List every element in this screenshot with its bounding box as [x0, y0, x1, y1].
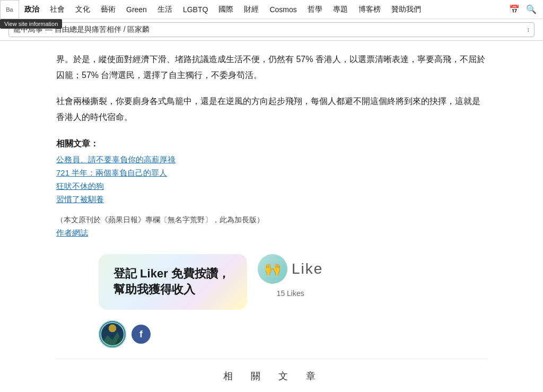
list-item: 721 半年：兩個辜負自己的罪人	[56, 168, 487, 178]
nav-item-blogrank[interactable]: 博客榜	[353, 0, 386, 19]
author-blog-link[interactable]: 作者網誌	[56, 228, 487, 238]
author-avatar[interactable]	[99, 320, 126, 348]
liker-section: 登記 Liker 免費按讚，幫助我獲得收入 🙌 Like 15 Likes	[99, 254, 487, 310]
main-content: 界。於是，縱使面對經濟下滑、堵路抗議造成生活不便，仍然有 57% 香港人，以選票…	[43, 41, 500, 388]
navbar: Ba 政治 社會 文化 藝術 Green 生活 LGBTQ 國際 財經 Cosm…	[0, 0, 543, 19]
article-note: （本文原刊於《蘋果日報》專欄〔無名字荒野〕，此為加長版）	[56, 215, 487, 225]
site-logo[interactable]: Ba	[0, 0, 19, 19]
related-articles: 相關文章： 公務員、請不要辜負你的高薪厚祿 721 半年：兩個辜負自己的罪人 狂…	[56, 138, 487, 205]
liker-right: 🙌 Like 15 Likes	[258, 254, 323, 298]
logo-text: Ba	[6, 6, 13, 13]
list-item: 狂吠不休的狗	[56, 181, 487, 191]
liker-count: 15 Likes	[277, 289, 304, 298]
facebook-icon[interactable]: f	[132, 325, 151, 344]
related-links-list: 公務員、請不要辜負你的高薪厚祿 721 半年：兩個辜負自己的罪人 狂吠不休的狗 …	[56, 155, 487, 205]
nav-item-life[interactable]: 生活	[152, 0, 178, 19]
nav-item-support[interactable]: 贊助我們	[386, 0, 426, 19]
nav-item-cosmos[interactable]: Cosmos	[264, 0, 302, 19]
breadcrumb-bar: 籠中鳥事 — 自由總是與痛苦相伴 / 區家麟 ↕	[0, 19, 543, 41]
svg-point-1	[109, 325, 117, 333]
liker-logo-text: Like	[292, 260, 323, 277]
breadcrumb-chevron-icon: ↕	[527, 26, 530, 33]
related-link-1[interactable]: 公務員、請不要辜負你的高薪厚祿	[56, 155, 176, 164]
liker-card[interactable]: 登記 Liker 免費按讚，幫助我獲得收入	[99, 254, 247, 310]
nav-item-society[interactable]: 社會	[45, 0, 70, 19]
nav-item-finance[interactable]: 財經	[239, 0, 264, 19]
nav-item-feature[interactable]: 專題	[328, 0, 353, 19]
site-info-tooltip: View site information	[0, 19, 62, 29]
nav-item-intl[interactable]: 國際	[213, 0, 239, 19]
social-row: f	[99, 320, 487, 348]
related-link-2[interactable]: 721 半年：兩個辜負自己的罪人	[56, 168, 167, 177]
liker-card-text: 登記 Liker 免費按讚，幫助我獲得收入	[113, 266, 232, 299]
nav-item-green[interactable]: Green	[121, 0, 152, 19]
search-icon[interactable]: 🔍	[524, 2, 539, 17]
navbar-right: 📅 🔍	[507, 2, 543, 17]
article-paragraph-2: 社會兩極撕裂，你要廁身各式鳥籠中，還是在逆風的方向起步飛翔，每個人都避不開這個終…	[56, 93, 487, 126]
related-articles-title: 相關文章：	[56, 138, 487, 150]
nav-items: 政治 社會 文化 藝術 Green 生活 LGBTQ 國際 財經 Cosmos …	[19, 0, 507, 19]
related-link-4[interactable]: 習慣了被馴養	[56, 195, 104, 204]
breadcrumb-text: 籠中鳥事 — 自由總是與痛苦相伴 / 區家麟	[13, 25, 527, 34]
article-body: 界。於是，縱使面對經濟下滑、堵路抗議造成生活不便，仍然有 57% 香港人，以選票…	[56, 51, 487, 126]
related-section-heading: 相 關 文 章	[56, 359, 487, 388]
related-link-3[interactable]: 狂吠不休的狗	[56, 181, 104, 190]
article-paragraph-1: 界。於是，縱使面對經濟下滑、堵路抗議造成生活不便，仍然有 57% 香港人，以選票…	[56, 51, 487, 84]
list-item: 公務員、請不要辜負你的高薪厚祿	[56, 155, 487, 165]
nav-item-culture[interactable]: 文化	[70, 0, 95, 19]
liker-logo[interactable]: 🙌 Like	[258, 254, 323, 284]
breadcrumb-select-wrapper[interactable]: 籠中鳥事 — 自由總是與痛苦相伴 / 區家麟 ↕	[8, 22, 535, 37]
nav-item-lgbtq[interactable]: LGBTQ	[178, 0, 213, 19]
nav-item-politics[interactable]: 政治	[19, 0, 45, 19]
nav-item-arts[interactable]: 藝術	[95, 0, 121, 19]
liker-hand-icon: 🙌	[258, 254, 287, 284]
nav-item-philosophy[interactable]: 哲學	[302, 0, 328, 19]
calendar-icon[interactable]: 📅	[507, 2, 522, 17]
list-item: 習慣了被馴養	[56, 195, 487, 205]
